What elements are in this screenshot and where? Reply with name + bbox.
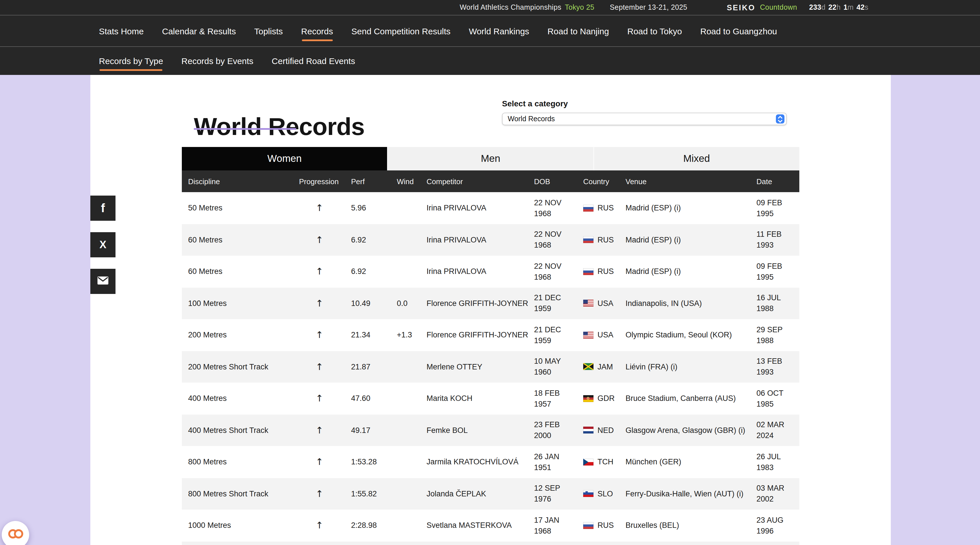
venue-cell: Madrid (ESP) (i)	[625, 204, 756, 212]
competitor-link[interactable]: Femke BOL	[426, 426, 534, 435]
country-flag-icon	[583, 268, 593, 275]
date-cell: 26 JUL1983	[756, 451, 799, 473]
gender-tab-label: Women	[267, 153, 302, 165]
discipline-cell: 400 Metres	[188, 394, 299, 403]
progression-cell[interactable]: ↑	[299, 330, 351, 341]
date-cell: 29 SEP1988	[756, 324, 799, 346]
nav-item-label: Toplists	[254, 26, 283, 36]
progression-up-arrow-icon: ↑	[316, 488, 323, 499]
competitor-link[interactable]: Svetlana MASTERKOVA	[426, 521, 534, 530]
competitor-link[interactable]: Jarmila KRATOCHVÍLOVÁ	[426, 458, 534, 466]
date-cell: 23 AUG1996	[756, 515, 799, 536]
progression-cell[interactable]: ↑	[299, 488, 351, 499]
category-select[interactable]: World Records	[502, 113, 787, 125]
table-row: 60 Metres ↑ 6.92 Irina PRIVALOVA 22 NOV1…	[182, 224, 799, 256]
subnav-item[interactable]: Certified Road Events	[272, 56, 355, 66]
competitor-link[interactable]: Merlene OTTEY	[426, 363, 534, 371]
countdown-label: Countdown	[760, 3, 797, 11]
discipline-cell: 60 Metres	[188, 236, 299, 244]
performance-cell: 6.92	[351, 236, 397, 244]
share-email-button[interactable]	[90, 269, 116, 294]
column-header: DOB	[534, 177, 583, 186]
competitor-link[interactable]: Marita KOCH	[426, 394, 534, 403]
country-code: GDR	[598, 394, 615, 403]
country-flag-icon	[583, 490, 593, 497]
gender-tabs: Women Men Mixed	[182, 147, 799, 171]
discipline-cell: 60 Metres	[188, 267, 299, 276]
share-facebook-button[interactable]: f	[90, 196, 116, 221]
nav-item[interactable]: Stats Home	[99, 26, 144, 36]
progression-cell[interactable]: ↑	[299, 266, 351, 277]
countdown-unit: 1m	[843, 3, 854, 11]
gender-tab[interactable]: Mixed	[594, 147, 799, 171]
progression-cell[interactable]: ↑	[299, 234, 351, 245]
progression-cell[interactable]: ↑	[299, 393, 351, 404]
subnav-item-label: Records by Type	[99, 56, 163, 66]
nav-item[interactable]: Toplists	[254, 26, 283, 36]
discipline-cell: 50 Metres	[188, 204, 299, 212]
progression-cell[interactable]: ↑	[299, 203, 351, 214]
column-header: Venue	[625, 177, 756, 186]
social-share-rail: f X	[90, 196, 116, 305]
nav-item[interactable]: World Rankings	[469, 26, 529, 36]
nav-item-label: Road to Guangzhou	[700, 26, 777, 36]
venue-cell: Liévin (FRA) (i)	[625, 363, 756, 371]
subnav-item[interactable]: Records by Type	[99, 56, 163, 66]
gender-tab[interactable]: Women	[182, 147, 388, 171]
nav-item-label: Road to Nanjing	[547, 26, 609, 36]
column-header: Competitor	[426, 177, 534, 186]
progression-cell[interactable]: ↑	[299, 362, 351, 372]
nav-item[interactable]: Records	[301, 26, 333, 36]
performance-cell: 10.49	[351, 299, 397, 308]
competitor-link[interactable]: Jolanda ČEPLAK	[426, 489, 534, 498]
category-select-value: World Records	[508, 115, 776, 123]
records-table-header: Discipline Progression Perf Wind Competi…	[182, 171, 799, 192]
championship-title: World Athletics Championships	[460, 3, 562, 11]
venue-cell: Bruxelles (BEL)	[625, 521, 756, 530]
country-flag-icon	[583, 300, 593, 307]
progression-up-arrow-icon: ↑	[316, 425, 323, 436]
performance-cell: 47.60	[351, 394, 397, 403]
dob-cell: 21 DEC1959	[534, 324, 583, 346]
country-cell: GDR	[583, 394, 625, 403]
competitor-link[interactable]: Irina PRIVALOVA	[426, 267, 534, 276]
share-x-button[interactable]: X	[90, 232, 116, 257]
table-row: 400 Metres Short Track ↑ 49.17 Femke BOL…	[182, 414, 799, 446]
competitor-link[interactable]: Irina PRIVALOVA	[426, 236, 534, 244]
cookie-consent-button[interactable]	[2, 521, 29, 545]
competitor-link[interactable]: Irina PRIVALOVA	[426, 204, 534, 212]
gender-tab[interactable]: Men	[388, 147, 594, 171]
country-flag-icon	[583, 522, 593, 529]
nav-item[interactable]: Road to Tokyo	[627, 26, 682, 36]
table-row: 800 Metres ↑ 1:53.28 Jarmila KRATOCHVÍLO…	[182, 446, 799, 478]
progression-cell[interactable]: ↑	[299, 520, 351, 531]
progression-cell[interactable]: ↑	[299, 298, 351, 309]
country-flag-icon	[583, 236, 593, 243]
progression-up-arrow-icon: ↑	[316, 330, 323, 341]
discipline-cell: 200 Metres	[188, 331, 299, 339]
country-code: RUS	[598, 236, 614, 244]
nav-item[interactable]: Send Competition Results	[352, 26, 450, 36]
nav-item[interactable]: Calendar & Results	[162, 26, 236, 36]
competitor-link[interactable]: Florence GRIFFITH-JOYNER	[426, 299, 534, 308]
progression-cell[interactable]: ↑	[299, 457, 351, 467]
table-row: 200 Metres Short Track ↑ 21.87 Merlene O…	[182, 351, 799, 382]
performance-cell: 49.17	[351, 426, 397, 435]
venue-cell: Olympic Stadium, Seoul (KOR)	[625, 331, 756, 339]
nav-item[interactable]: Road to Nanjing	[547, 26, 609, 36]
country-cell: JAM	[583, 363, 625, 371]
dob-cell: 26 JAN1951	[534, 451, 583, 473]
venue-cell: Bruce Stadium, Canberra (AUS)	[625, 394, 756, 403]
venue-cell: Indianapolis, IN (USA)	[625, 299, 756, 308]
nav-item[interactable]: Road to Guangzhou	[700, 26, 777, 36]
competitor-link[interactable]: Florence GRIFFITH-JOYNER	[426, 331, 534, 339]
table-row: 60 Metres ↑ 6.92 Irina PRIVALOVA 22 NOV1…	[182, 256, 799, 287]
venue-cell: Madrid (ESP) (i)	[625, 267, 756, 276]
discipline-cell: 200 Metres Short Track	[188, 363, 299, 371]
nav-item-label: Records	[301, 26, 333, 36]
progression-cell[interactable]: ↑	[299, 425, 351, 436]
subnav-item[interactable]: Records by Events	[181, 56, 254, 66]
country-cell: RUS	[583, 521, 625, 530]
dob-cell: 22 NOV1968	[534, 261, 583, 282]
dob-cell: 22 NOV1968	[534, 197, 583, 219]
